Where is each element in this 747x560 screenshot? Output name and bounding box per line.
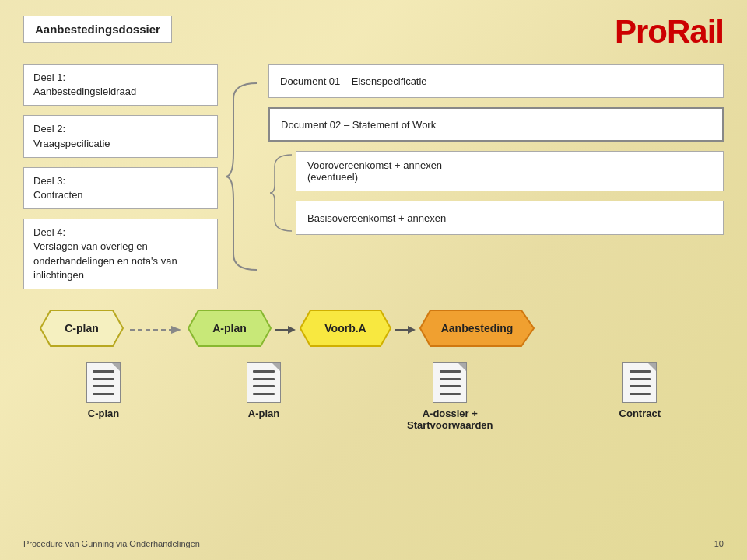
brace-connector [222, 64, 265, 289]
main-layout: Deel 1:Aanbestedingsleidraad Deel 2:Vraa… [23, 64, 724, 289]
deel4-box: Deel 4:Verslagen van overleg en onderhan… [23, 219, 218, 289]
svg-marker-2 [171, 326, 181, 334]
aanbestedingsdossier-box: Aanbestedingsdossier [23, 16, 172, 43]
aplan-label: A-plan [212, 322, 247, 334]
doc-line [253, 393, 274, 395]
cplan-doc-item: C-plan [86, 362, 121, 431]
doc-line [630, 385, 651, 387]
doc-line [253, 385, 274, 387]
svg-marker-5 [288, 326, 296, 334]
cplan-label: C-plan [65, 322, 99, 334]
aplan-flow: A-plan [187, 309, 272, 351]
doc-line [93, 385, 114, 387]
aanbesteding-label: Aanbesteding [441, 322, 514, 334]
aanbesteding-shape: Aanbesteding [419, 309, 535, 348]
solid-arrow-svg-2 [394, 322, 417, 338]
cplan-flow: C-plan [39, 309, 124, 351]
cplan-shape: C-plan [39, 309, 124, 348]
doc-line [93, 370, 114, 373]
cplan-doc-icon [86, 362, 121, 403]
solid-arrow-svg-1 [274, 322, 297, 338]
left-column: Deel 1:Aanbestedingsleidraad Deel 2:Vraa… [23, 64, 218, 289]
aplan-doc-label: A-plan [248, 408, 279, 419]
doc02-label: Document 02 – Statement of Work [281, 119, 436, 131]
adossier-doc-icon [433, 362, 467, 403]
cplan-doc-label: C-plan [88, 408, 119, 419]
deel3-box: Deel 3:Contracten [23, 167, 218, 209]
doc01-label: Document 01 – Eisenspecificatie [280, 75, 427, 87]
flow-section: C-plan A-plan [23, 301, 724, 355]
header: Aanbestedingsdossier ProRail [23, 16, 724, 48]
basisovereenkomst-label: Basisovereenkomst + annexen [307, 212, 446, 224]
basisovereenkomst-box: Basisovereenkomst + annexen [296, 201, 724, 235]
dashed-arrow-1 [128, 322, 183, 338]
deel1-label: Deel 1:Aanbestedingsleidraad [33, 71, 136, 99]
svg-marker-8 [408, 326, 416, 334]
doc-line [630, 393, 651, 395]
aplan-shape: A-plan [187, 309, 272, 348]
doc01-box: Document 01 – Eisenspecificatie [268, 64, 724, 98]
brace-group: Voorovereenkomst + annexen(eventueel) Ba… [268, 151, 724, 235]
voorba-label: Voorb.A [324, 322, 366, 334]
prorail-logo: ProRail [615, 16, 724, 48]
docs-section: C-plan A-plan A-dossier +Startvoorwaarde… [23, 359, 724, 435]
brace-svg [222, 75, 265, 278]
solid-arrow-2 [394, 322, 417, 338]
contract-doc-icon [622, 362, 657, 403]
doc-line [630, 378, 651, 380]
aplan-doc-icon [247, 362, 281, 403]
doc-line [253, 378, 274, 380]
contract-doc-label: Contract [619, 408, 661, 419]
doc-line [440, 385, 461, 387]
doc-line [440, 378, 461, 380]
logo-pro: Pro [615, 13, 667, 50]
doc-line [253, 370, 274, 373]
right-column: Document 01 – Eisenspecificatie Document… [268, 64, 724, 289]
doc-line [630, 370, 651, 373]
deel2-box: Deel 2:Vraagspecificatie [23, 115, 218, 157]
doc-line [440, 370, 461, 373]
solid-arrow-1 [274, 322, 297, 338]
adossier-doc-item: A-dossier +Startvoorwaarden [407, 362, 493, 431]
dashed-arrow-svg [128, 322, 183, 338]
small-brace-svg [268, 151, 296, 235]
deel4-label: Deel 4:Verslagen van overleg en onderhan… [33, 226, 208, 282]
doc-line [93, 378, 114, 380]
doc02-box: Document 02 – Statement of Work [268, 107, 724, 142]
deel1-box: Deel 1:Aanbestedingsleidraad [23, 64, 218, 106]
adossier-doc-label: A-dossier +Startvoorwaarden [407, 408, 493, 431]
voorba-flow: Voorb.A [299, 309, 392, 351]
aplan-doc-item: A-plan [247, 362, 281, 431]
deel3-label: Deel 3:Contracten [33, 174, 83, 202]
voorovereenkomst-label: Voorovereenkomst + annexen(eventueel) [307, 159, 442, 183]
deel2-label: Deel 2:Vraagspecificatie [33, 122, 110, 150]
right-sub-column: Voorovereenkomst + annexen(eventueel) Ba… [296, 151, 724, 235]
aanbesteding-flow: Aanbesteding [419, 309, 535, 351]
doc-line [93, 393, 114, 395]
header-title: Aanbestedingsdossier [35, 23, 160, 36]
contract-doc-item: Contract [619, 362, 661, 431]
logo-rail: Rail [667, 13, 724, 50]
doc-line [440, 393, 461, 395]
voorovereenkomst-box: Voorovereenkomst + annexen(eventueel) [296, 151, 724, 191]
voorba-shape: Voorb.A [299, 309, 392, 348]
